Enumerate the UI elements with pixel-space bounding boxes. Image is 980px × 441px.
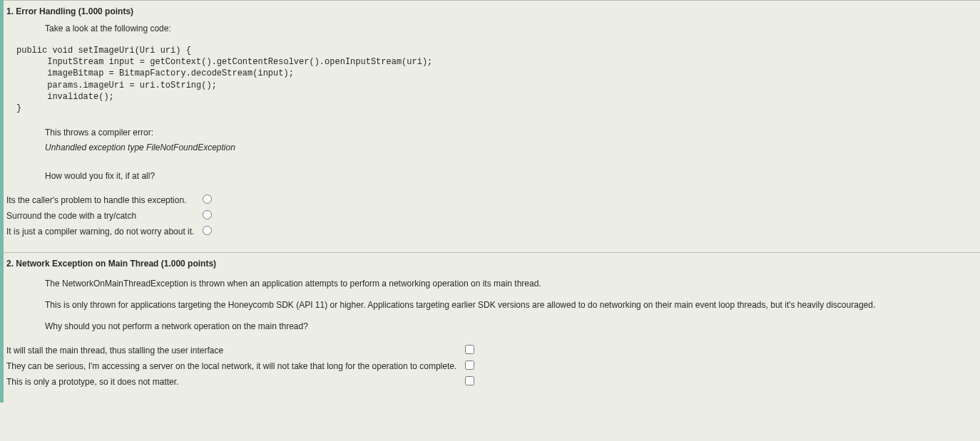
question-2-para-1: This is only thrown for applications tar… xyxy=(45,294,980,316)
answer-row: Surround the code with a try/catch xyxy=(6,209,216,222)
answer-label: It will stall the main thread, thus stal… xyxy=(6,344,461,357)
answer-label: They can be serious, I'm accessing a ser… xyxy=(6,360,461,373)
answer-row: They can be serious, I'm accessing a ser… xyxy=(6,360,479,373)
question-2-title: Network Exception on Main Thread xyxy=(16,259,158,269)
answer-label: It is just a compiler warning, do not wo… xyxy=(6,225,198,238)
quiz-page: 1. Error Handling (1.000 points) Take a … xyxy=(0,0,980,403)
answer-row: It will stall the main thread, thus stal… xyxy=(6,344,479,357)
answer-row: Its the caller's problem to handle this … xyxy=(6,194,216,207)
question-1: 1. Error Handling (1.000 points) Take a … xyxy=(4,0,980,252)
question-1-error-label: This throws a compiler error: xyxy=(45,125,980,140)
question-1-number: 1. xyxy=(6,6,14,16)
answer-label: This is only a prototype, so it does not… xyxy=(6,375,461,388)
answer-label: Surround the code with a try/catch xyxy=(6,209,198,222)
question-1-answers: Its the caller's problem to handle this … xyxy=(4,187,980,252)
question-1-body: Take a look at the following code: publi… xyxy=(4,21,980,187)
question-1-prompt: How would you fix it, if at all? xyxy=(45,169,980,183)
question-2-para-2: Why should you not perform a network ope… xyxy=(45,316,980,337)
answer-label: Its the caller's problem to handle this … xyxy=(6,194,198,207)
answer-radio-q1-0[interactable] xyxy=(203,194,212,204)
answer-radio-q1-2[interactable] xyxy=(203,226,212,235)
answer-radio-q1-1[interactable] xyxy=(203,210,212,219)
question-2-points: (1.000 points) xyxy=(161,259,216,269)
question-2: 2. Network Exception on Main Thread (1.0… xyxy=(4,252,980,403)
question-1-points: (1.000 points) xyxy=(78,6,133,16)
question-1-header: 1. Error Handling (1.000 points) xyxy=(4,1,980,21)
question-2-answers: It will stall the main thread, thus stal… xyxy=(4,337,980,403)
question-2-body: The NetworkOnMainThreadException is thro… xyxy=(4,273,980,337)
answer-checkbox-q2-2[interactable] xyxy=(465,376,474,385)
question-1-title: Error Handling xyxy=(16,6,76,16)
answer-row: It is just a compiler warning, do not wo… xyxy=(6,225,216,238)
question-1-postcode: This throws a compiler error: Unhandled … xyxy=(45,121,980,187)
question-1-intro: Take a look at the following code: xyxy=(45,21,980,41)
question-1-error-text: Unhandled exception type FileNotFoundExc… xyxy=(45,140,980,155)
answer-row: This is only a prototype, so it does not… xyxy=(6,375,479,388)
question-2-para-0: The NetworkOnMainThreadException is thro… xyxy=(45,273,980,294)
answer-checkbox-q2-1[interactable] xyxy=(465,360,474,370)
question-1-code: public void setImageUri(Uri uri) { Input… xyxy=(16,45,980,114)
answer-checkbox-q2-0[interactable] xyxy=(465,345,474,354)
question-2-header: 2. Network Exception on Main Thread (1.0… xyxy=(4,253,980,273)
question-2-number: 2. xyxy=(6,259,14,269)
